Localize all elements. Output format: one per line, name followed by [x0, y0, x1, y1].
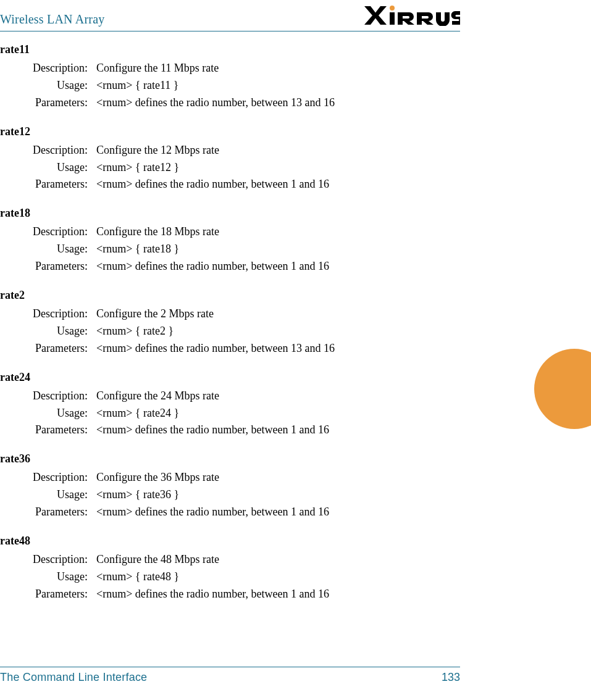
svg-marker-0: [364, 6, 387, 25]
value-parameters: <rnum> defines the radio number, between…: [96, 176, 460, 193]
command-block: rate48 Description: Configure the 48 Mbp…: [0, 535, 460, 603]
value-description: Configure the 18 Mbps rate: [96, 223, 460, 241]
label-usage: Usage:: [0, 323, 96, 340]
value-description: Configure the 48 Mbps rate: [96, 551, 460, 569]
value-parameters: <rnum> defines the radio number, between…: [96, 586, 460, 603]
label-usage: Usage:: [0, 159, 96, 177]
value-usage: <rnum> { rate12 }: [96, 159, 460, 177]
brand-logo: [364, 5, 460, 26]
label-description: Description:: [0, 142, 96, 159]
definition-row: Description: Configure the 11 Mbps rate: [0, 60, 460, 77]
label-parameters: Parameters:: [0, 504, 96, 521]
label-usage: Usage:: [0, 486, 96, 504]
label-description: Description:: [0, 223, 96, 241]
command-block: rate11 Description: Configure the 11 Mbp…: [0, 43, 460, 112]
definition-row: Usage: <rnum> { rate12 }: [0, 159, 460, 177]
value-parameters: <rnum> defines the radio number, between…: [96, 258, 460, 275]
label-parameters: Parameters:: [0, 422, 96, 439]
value-usage: <rnum> { rate36 }: [96, 486, 460, 504]
command-block: rate12 Description: Configure the 12 Mbp…: [0, 125, 460, 194]
label-usage: Usage:: [0, 77, 96, 94]
label-parameters: Parameters:: [0, 94, 96, 112]
command-block: rate24 Description: Configure the 24 Mbp…: [0, 371, 460, 440]
header-title: Wireless LAN Array: [0, 12, 104, 27]
definition-row: Parameters: <rnum> defines the radio num…: [0, 340, 460, 357]
definition-row: Parameters: <rnum> defines the radio num…: [0, 586, 460, 603]
svg-point-2: [390, 6, 395, 10]
definition-row: Parameters: <rnum> defines the radio num…: [0, 94, 460, 112]
value-parameters: <rnum> defines the radio number, between…: [96, 504, 460, 521]
label-description: Description:: [0, 60, 96, 77]
command-name: rate36: [0, 452, 460, 465]
definition-row: Usage: <rnum> { rate36 }: [0, 486, 460, 504]
command-name: rate24: [0, 371, 460, 384]
definition-row: Parameters: <rnum> defines the radio num…: [0, 422, 460, 439]
xirrus-logo-icon: [364, 5, 460, 26]
command-block: rate36 Description: Configure the 36 Mbp…: [0, 452, 460, 521]
definition-row: Description: Configure the 36 Mbps rate: [0, 469, 460, 486]
command-name: rate18: [0, 207, 460, 220]
command-name: rate48: [0, 535, 460, 548]
definition-row: Usage: <rnum> { rate18 }: [0, 241, 460, 258]
value-usage: <rnum> { rate48 }: [96, 569, 460, 586]
definition-row: Description: Configure the 18 Mbps rate: [0, 223, 460, 241]
definition-row: Parameters: <rnum> defines the radio num…: [0, 176, 460, 193]
footer-page-number: 133: [442, 671, 460, 684]
label-parameters: Parameters:: [0, 340, 96, 357]
label-usage: Usage:: [0, 241, 96, 258]
label-description: Description:: [0, 306, 96, 323]
value-description: Configure the 12 Mbps rate: [96, 142, 460, 159]
page-footer: The Command Line Interface 133: [0, 667, 460, 684]
definition-row: Description: Configure the 12 Mbps rate: [0, 142, 460, 159]
label-usage: Usage:: [0, 405, 96, 422]
label-parameters: Parameters:: [0, 176, 96, 193]
value-parameters: <rnum> defines the radio number, between…: [96, 94, 460, 112]
page: Wireless LAN Array rate11 Description: C…: [0, 0, 591, 700]
label-parameters: Parameters:: [0, 586, 96, 603]
definition-row: Parameters: <rnum> defines the radio num…: [0, 258, 460, 275]
definition-row: Description: Configure the 48 Mbps rate: [0, 551, 460, 569]
command-name: rate2: [0, 289, 460, 302]
label-description: Description:: [0, 388, 96, 405]
value-parameters: <rnum> defines the radio number, between…: [96, 340, 460, 357]
command-block: rate2 Description: Configure the 2 Mbps …: [0, 289, 460, 357]
footer-section-title: The Command Line Interface: [0, 671, 147, 683]
value-usage: <rnum> { rate18 }: [96, 241, 460, 258]
section-tab-circle: [534, 349, 591, 429]
value-description: Configure the 24 Mbps rate: [96, 388, 460, 405]
label-usage: Usage:: [0, 569, 96, 586]
definition-row: Parameters: <rnum> defines the radio num…: [0, 504, 460, 521]
definition-row: Description: Configure the 2 Mbps rate: [0, 306, 460, 323]
command-name: rate12: [0, 125, 460, 138]
command-name: rate11: [0, 43, 460, 56]
command-block: rate18 Description: Configure the 18 Mbp…: [0, 207, 460, 275]
definition-row: Usage: <rnum> { rate24 }: [0, 405, 460, 422]
definition-row: Description: Configure the 24 Mbps rate: [0, 388, 460, 405]
page-header: Wireless LAN Array: [0, 12, 460, 31]
definition-row: Usage: <rnum> { rate11 }: [0, 77, 460, 94]
value-description: Configure the 36 Mbps rate: [96, 469, 460, 486]
definition-row: Usage: <rnum> { rate48 }: [0, 569, 460, 586]
value-usage: <rnum> { rate2 }: [96, 323, 460, 340]
label-description: Description:: [0, 469, 96, 486]
value-usage: <rnum> { rate24 }: [96, 405, 460, 422]
value-description: Configure the 11 Mbps rate: [96, 60, 460, 77]
content-area: rate11 Description: Configure the 11 Mbp…: [0, 43, 460, 617]
definition-row: Usage: <rnum> { rate2 }: [0, 323, 460, 340]
svg-rect-1: [390, 12, 395, 25]
value-parameters: <rnum> defines the radio number, between…: [96, 422, 460, 439]
label-description: Description:: [0, 551, 96, 569]
value-description: Configure the 2 Mbps rate: [96, 306, 460, 323]
value-usage: <rnum> { rate11 }: [96, 77, 460, 94]
label-parameters: Parameters:: [0, 258, 96, 275]
